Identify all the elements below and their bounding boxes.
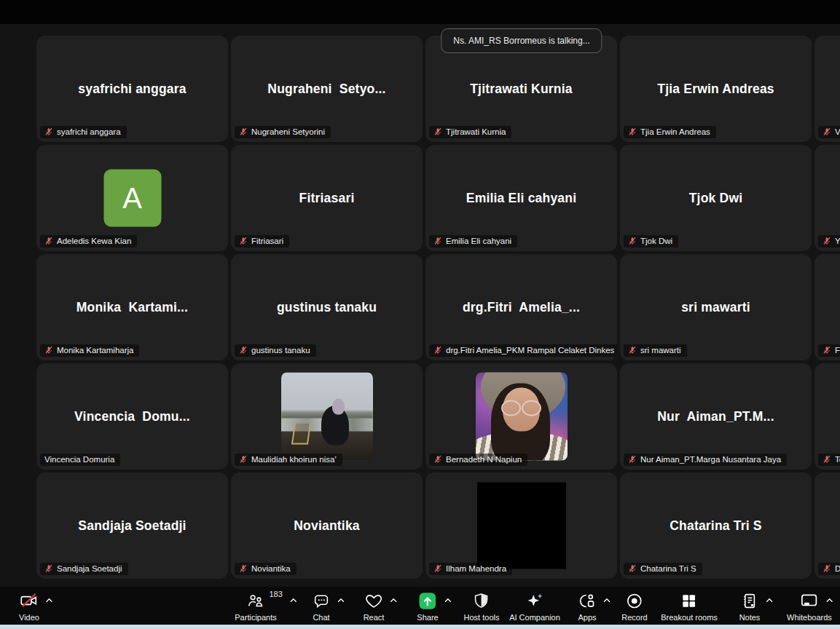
toolbar-button-record[interactable]: Record xyxy=(621,591,647,622)
participant-tile[interactable]: Bernadeth N Napiun xyxy=(425,363,617,470)
participant-name-tag: Emilia Eli cahyani xyxy=(429,235,517,248)
participant-tile[interactable]: Dea xyxy=(815,472,840,579)
chevron-up-icon[interactable] xyxy=(825,594,833,607)
participant-name-label: Dea xyxy=(835,564,840,573)
toolbar-button-label: React xyxy=(364,613,385,622)
share-screen-icon[interactable] xyxy=(417,591,437,611)
chat-icon[interactable] xyxy=(313,592,331,610)
toolbar-button-label: Whiteboards xyxy=(787,613,832,622)
participant-name-tag: Tjia Erwin Andreas xyxy=(624,126,716,138)
toolbar-button-share[interactable]: Share xyxy=(417,591,438,622)
participant-name-tag: Chatarina Tri S xyxy=(624,563,702,575)
participant-name-tag: gustinus tanaku xyxy=(235,344,316,357)
toolbar-button-whiteboards[interactable]: Whiteboards xyxy=(787,591,832,622)
participants-count-badge: 183 xyxy=(269,590,282,598)
participant-tile[interactable]: Tjia Erwin AndreasTjia Erwin Andreas xyxy=(620,36,812,142)
participant-tile[interactable]: Maulidiah khoirun nisa' xyxy=(231,363,423,470)
photo-chair xyxy=(291,422,311,444)
apps-icon[interactable] xyxy=(578,592,596,610)
participant-name-tag: Dea xyxy=(818,563,840,575)
participant-tile[interactable]: gustinus tanakugustinus tanaku xyxy=(231,254,423,360)
toolbar-icon-row xyxy=(799,591,819,610)
participant-tile[interactable]: Vins xyxy=(815,36,840,142)
toolbar-button-apps[interactable]: Apps xyxy=(578,591,596,622)
participant-display-name: Chatarina Tri S xyxy=(626,518,806,534)
participant-cell: Dea xyxy=(813,471,840,580)
participant-tile[interactable]: NoviantikaNoviantika xyxy=(231,472,423,579)
toolbar-button-label: Share xyxy=(417,613,438,622)
participant-tile[interactable]: FitriasariFitriasari xyxy=(231,145,423,251)
mic-muted-icon xyxy=(628,564,637,573)
participants-icon[interactable] xyxy=(246,592,264,610)
participant-name-label: Monika Kartamiharja xyxy=(57,346,133,355)
chevron-up-icon[interactable] xyxy=(289,594,297,607)
toolbar-button-host-tools[interactable]: Host tools xyxy=(464,591,500,622)
participant-name-tag: Ilham Mahendra xyxy=(429,563,512,575)
participant-cell: Nugraheni Setyo...Nugraheni Setyorini xyxy=(229,34,424,143)
participant-name-tag: Nur Aiman_PT.Marga Nusantara Jaya xyxy=(624,454,787,466)
whiteboards-icon[interactable] xyxy=(799,591,819,610)
toolbar-button-label: Record xyxy=(621,613,647,622)
shield-icon[interactable] xyxy=(473,592,490,609)
participant-tile[interactable]: Ilham Mahendra xyxy=(425,472,617,579)
record-icon[interactable] xyxy=(626,592,644,610)
participant-name-tag: Fitriasari xyxy=(235,235,289,248)
chevron-up-icon[interactable] xyxy=(444,594,452,607)
sparkle-icon[interactable] xyxy=(525,591,545,611)
participant-tile[interactable]: syafrichi anggarasyafrichi anggara xyxy=(36,36,228,142)
participant-profile-photo xyxy=(476,373,568,461)
video-off-icon[interactable] xyxy=(20,591,39,610)
chevron-up-icon[interactable] xyxy=(337,594,345,607)
participant-tile[interactable]: drg.Fitri Amelia_...drg.Fitri Amelia_PKM… xyxy=(425,254,617,360)
toolbar-button-video[interactable]: Video xyxy=(19,591,39,622)
photo-hijab xyxy=(332,399,345,415)
participant-display-name: Tjok Dwi xyxy=(626,191,806,206)
participant-tile[interactable]: Vincencia Domu...Vincencia Domuria xyxy=(36,363,228,470)
participant-name-label: Ton xyxy=(835,455,840,464)
chevron-up-icon[interactable] xyxy=(46,594,54,607)
notes-icon[interactable] xyxy=(741,592,759,610)
participant-display-name: sri mawarti xyxy=(626,300,806,315)
participant-tile[interactable]: Fati xyxy=(815,254,840,360)
participant-tile[interactable]: Yay xyxy=(815,145,840,251)
participant-display-name: Nur Aiman_PT.M... xyxy=(626,409,806,424)
toolbar-icon-row xyxy=(578,591,596,610)
photo-glasses xyxy=(501,400,541,413)
participant-cell: Nur Aiman_PT.M...Nur Aiman_PT.Marga Nusa… xyxy=(619,362,813,471)
participant-name-tag: Nugraheni Setyorini xyxy=(235,126,331,138)
participant-tile[interactable]: Monika Kartami...Monika Kartamiharja xyxy=(36,254,228,360)
toolbar-icon-row: 183 xyxy=(246,591,264,610)
toolbar-button-chat[interactable]: Chat xyxy=(313,591,331,622)
toolbar-button-breakout-rooms[interactable]: Breakout rooms xyxy=(661,591,718,622)
chevron-up-icon[interactable] xyxy=(766,594,774,607)
toolbar-icon-row xyxy=(20,591,39,610)
toolbar-button-notes[interactable]: Notes xyxy=(739,591,761,622)
participant-name-tag: Vincencia Domuria xyxy=(40,454,120,466)
participant-tile[interactable]: Emilia Eli cahyaniEmilia Eli cahyani xyxy=(425,145,617,251)
participant-name-tag: Maulidiah khoirun nisa' xyxy=(235,454,342,466)
heart-icon[interactable] xyxy=(365,592,383,610)
participant-name-label: Tjitrawati Kurnia xyxy=(446,127,506,136)
participant-name-label: Vincencia Domuria xyxy=(44,455,114,464)
mic-muted-icon xyxy=(44,237,53,245)
participant-tile[interactable]: sri mawartisri mawarti xyxy=(620,254,812,360)
participant-tile[interactable]: Nur Aiman_PT.M...Nur Aiman_PT.Marga Nusa… xyxy=(620,363,812,470)
toolbar-button-react[interactable]: React xyxy=(364,591,385,622)
participant-tile[interactable]: Tjok DwiTjok Dwi xyxy=(620,145,812,251)
participant-tile[interactable]: AAdeledis Kewa Kian xyxy=(36,145,228,251)
participant-cell: Sandjaja SoetadjiSandjaja Soetadji xyxy=(35,471,229,580)
participant-tile[interactable]: Chatarina Tri SChatarina Tri S xyxy=(620,472,812,579)
participant-name-tag: Tjitrawati Kurnia xyxy=(429,126,511,138)
participant-tile[interactable]: Sandjaja SoetadjiSandjaja Soetadji xyxy=(36,472,228,579)
chevron-up-icon[interactable] xyxy=(390,594,398,607)
breakout-rooms-icon[interactable] xyxy=(680,592,699,610)
participant-tile[interactable]: Ton xyxy=(815,363,840,470)
chevron-up-icon[interactable] xyxy=(602,594,611,607)
participant-cell: Ton xyxy=(813,362,840,471)
toolbar-button-participants[interactable]: 183Participants xyxy=(235,591,276,622)
toolbar-button-ai-companion[interactable]: AI Companion xyxy=(509,591,560,622)
participant-name-tag: Ton xyxy=(818,454,840,466)
participant-display-name: Nugraheni Setyo... xyxy=(237,82,417,97)
mic-muted-icon xyxy=(433,346,442,355)
participant-tile[interactable]: Nugraheni Setyo...Nugraheni Setyorini xyxy=(231,36,423,142)
